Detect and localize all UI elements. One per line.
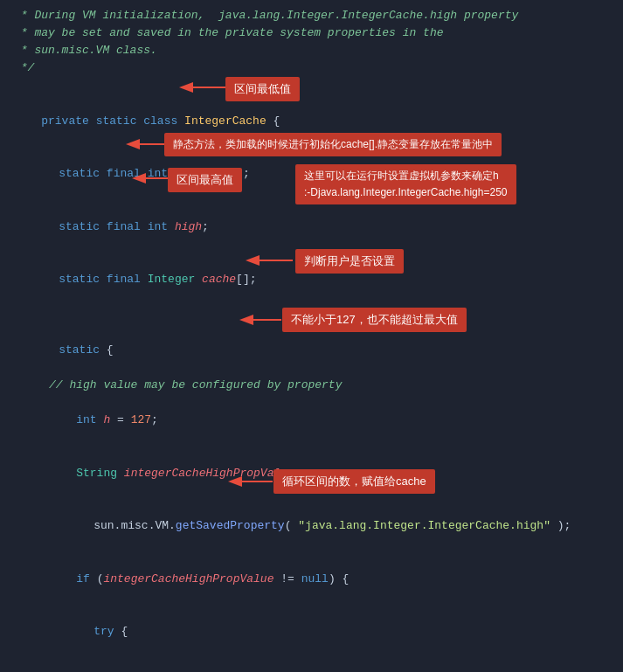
code-line-h127: int h = 127; (14, 394, 623, 447)
annotation-static: 静态方法，类加载的时候进行初始化cache[].静态变量存放在常量池中 (164, 133, 502, 156)
annotation-loop-cache: 循环区间的数，赋值给cache (273, 469, 435, 494)
annotation-low-value: 区间最低值 (225, 77, 300, 101)
code-line: */ (14, 59, 623, 77)
code-line: try { (14, 606, 623, 658)
annotation-check-user: 判断用户是否设置 (295, 249, 404, 274)
code-line (14, 78, 623, 95)
arrow-maxmin (243, 313, 287, 327)
annotation-runtime: 这里可以在运行时设置虚拟机参数来确定h:-Djava.lang.Integer.… (295, 164, 516, 204)
code-line: sun.misc.VM.getSavedProperty( "java.lang… (14, 500, 623, 552)
annotation-max-min: 不能小于127，也不能超过最大值 (282, 308, 467, 332)
code-line: * sun.misc.VM class. (14, 42, 623, 59)
code-line: // high value may be configured by prope… (14, 377, 623, 394)
code-line: * may be set and saved in the private sy… (14, 24, 623, 42)
code-line: int i = parseInt(integerCacheHighPropVal… (14, 658, 623, 672)
code-block: * During VM initialization, java.lang.In… (0, 0, 623, 672)
annotation-high-value: 区间最高值 (168, 168, 242, 192)
code-line: static final int high; (14, 201, 623, 253)
code-line-if: if (integerCacheHighPropValue != null) { (14, 552, 623, 605)
arrow-loop (232, 475, 278, 488)
code-line: * During VM initialization, java.lang.In… (14, 7, 623, 24)
arrow-check (249, 253, 298, 267)
